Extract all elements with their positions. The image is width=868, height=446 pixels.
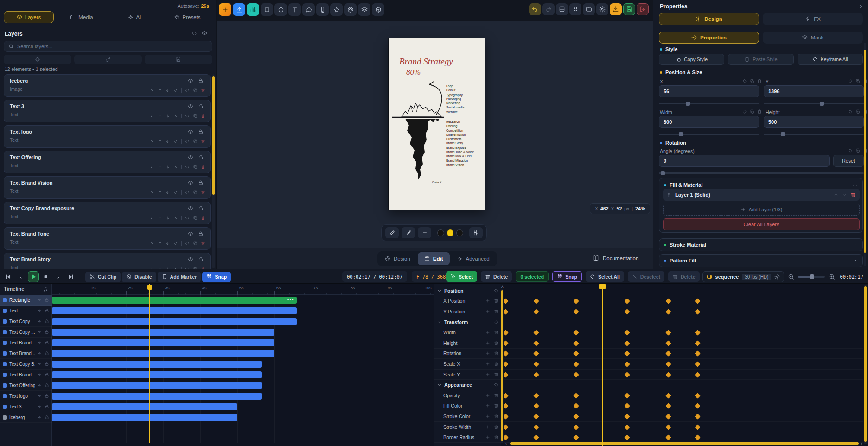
lock-icon[interactable] [45, 383, 49, 388]
add-keyframe-icon[interactable] [485, 403, 490, 408]
code-icon[interactable] [185, 241, 190, 246]
layers-search[interactable] [4, 41, 212, 52]
move-down-icon[interactable] [166, 114, 170, 118]
speaker-icon[interactable] [38, 330, 42, 334]
keyframe-prop-rotation[interactable]: Rotation [434, 349, 501, 359]
speaker-icon[interactable] [38, 404, 42, 409]
zoom-slider-thumb[interactable] [810, 274, 814, 279]
track-row-text-copy[interactable]: Text Copy [0, 316, 52, 327]
move-up-icon[interactable] [158, 88, 162, 93]
speaker-icon[interactable] [38, 394, 42, 398]
y-input[interactable]: 1396 [764, 85, 864, 97]
move-top-icon[interactable] [150, 88, 154, 93]
keyframe-icon[interactable] [494, 320, 498, 325]
speaker-icon[interactable] [38, 415, 42, 420]
move-top-icon[interactable] [150, 241, 154, 246]
clip-bar-text-offering[interactable] [52, 382, 262, 389]
lock-icon[interactable] [45, 394, 49, 398]
move-layer-up-icon[interactable] [834, 192, 838, 197]
height-slider-thumb[interactable] [781, 132, 785, 136]
text-tool-button[interactable] [288, 3, 301, 16]
copy-icon[interactable] [750, 109, 754, 114]
fill-material-header[interactable]: Fill & Material [664, 182, 703, 188]
move-down-icon[interactable] [166, 241, 170, 246]
width-slider-thumb[interactable] [679, 132, 683, 136]
keyframe-icon[interactable] [494, 382, 498, 387]
timeline-zoom-slider[interactable] [798, 276, 825, 278]
scroll-up-arrow[interactable]: ∧ [501, 284, 504, 289]
deselect-button[interactable]: Deselect [628, 271, 664, 282]
keyframe-group-transform[interactable]: Transform [434, 317, 501, 328]
add-keyframe-icon[interactable] [485, 330, 490, 335]
move-layer-down-icon[interactable] [842, 192, 847, 197]
keyframe-grid[interactable] [504, 284, 863, 446]
delete-keyframe-button[interactable]: Delete [668, 271, 700, 282]
keyframe-icon[interactable] [848, 109, 853, 114]
keyframe-playhead[interactable] [602, 288, 603, 446]
delete-keyframes-icon[interactable] [494, 341, 498, 345]
lock-icon[interactable] [45, 351, 49, 356]
copy-icon[interactable] [750, 79, 754, 83]
track-row-text-brand-[interactable]: Text Brand ... [0, 370, 52, 380]
move-down-icon[interactable] [166, 190, 170, 195]
add-keyframe-icon[interactable] [485, 372, 490, 377]
snap-toggle-button[interactable]: Snap [552, 271, 582, 282]
layer-item[interactable]: Text 3Text [4, 100, 211, 122]
audio-wave-button[interactable] [247, 3, 259, 16]
rectangle-tool-button[interactable] [261, 3, 273, 16]
move-top-icon[interactable] [150, 190, 154, 195]
mode-tab-design[interactable]: Design [378, 252, 417, 265]
fill-layer-row[interactable]: Layer 1 (Solid) [663, 189, 860, 201]
x-input[interactable]: 56 [659, 85, 759, 97]
color-swatch-yellow[interactable] [447, 229, 454, 236]
keyframe-prop-x-position[interactable]: X Position [434, 296, 501, 307]
keyframe-scrollbar-thumb[interactable] [501, 290, 503, 441]
code-icon[interactable] [185, 139, 190, 144]
add-keyframe-icon[interactable] [485, 309, 490, 314]
play-button[interactable] [28, 271, 39, 282]
paste-icon[interactable] [757, 109, 762, 114]
timeline-scrollbar-thumb[interactable] [864, 286, 867, 442]
timeline-scrollbar[interactable] [864, 285, 867, 444]
delete-keyframes-icon[interactable] [494, 435, 498, 440]
sidebar-tab-ai[interactable]: AI [109, 11, 160, 23]
keyframe-prop-scale-y[interactable]: Scale Y [434, 370, 501, 380]
stroke-settings-button[interactable] [469, 227, 483, 238]
delete-button[interactable]: Delete [481, 271, 512, 282]
move-bottom-icon[interactable] [173, 114, 178, 118]
exit-button[interactable] [637, 3, 649, 15]
cube-3d-button[interactable] [372, 3, 384, 16]
height-slider[interactable] [764, 134, 864, 135]
add-keyframe-icon[interactable] [485, 393, 490, 398]
upload-button[interactable] [233, 3, 245, 16]
angle-slider[interactable] [659, 172, 864, 174]
layer-item[interactable]: Text OfferingText [4, 151, 211, 173]
eye-icon[interactable] [188, 205, 193, 211]
sequence-settings-icon[interactable] [774, 274, 780, 280]
lock-icon[interactable] [45, 415, 49, 420]
lock-icon[interactable] [45, 372, 49, 377]
palette-button[interactable] [344, 3, 357, 16]
keyframe-icon[interactable] [742, 109, 747, 114]
select-all-button[interactable]: Select All [586, 271, 624, 282]
ellipse-tool-button[interactable] [274, 3, 287, 16]
keyframe-icon[interactable] [494, 288, 498, 293]
speaker-icon[interactable] [38, 351, 42, 356]
undo-button[interactable] [529, 3, 541, 15]
cut-clip-button[interactable]: Cut Clip [85, 272, 121, 282]
keyframe-playhead-handle[interactable] [599, 284, 606, 289]
move-up-icon[interactable] [158, 241, 162, 246]
track-row-text-brand-[interactable]: Text Brand ... [0, 348, 52, 359]
keyframe-prop-stroke-color[interactable]: Stroke Color [434, 411, 501, 422]
move-bottom-icon[interactable] [173, 88, 178, 93]
keyframe-hscrollbar-thumb[interactable] [510, 442, 859, 445]
delete-keyframes-icon[interactable] [494, 362, 498, 366]
add-marker-button[interactable]: Add Marker [158, 272, 201, 282]
speaker-icon[interactable] [38, 319, 42, 324]
keyframe-group-position[interactable]: Position [434, 286, 501, 296]
chevron-down-icon[interactable] [437, 382, 442, 387]
track-row-iceberg[interactable]: Iceberg [0, 412, 52, 423]
clip-bar-text-3[interactable] [52, 403, 237, 410]
track-row-rectangle[interactable]: Rectangle [0, 295, 52, 306]
layer-item[interactable]: Text Brand StoryText [4, 253, 211, 269]
